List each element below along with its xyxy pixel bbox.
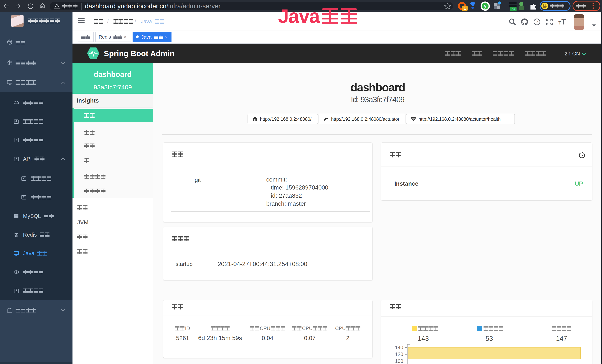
svg-text:?: ?	[536, 20, 538, 24]
